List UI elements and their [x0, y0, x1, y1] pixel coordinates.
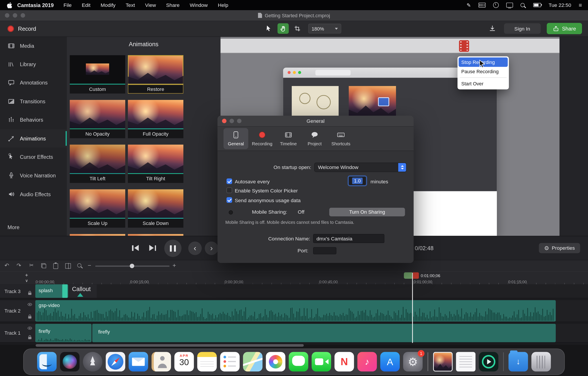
eye-icon[interactable]: [27, 302, 32, 307]
pan-tool-button[interactable]: [277, 23, 289, 34]
apple-icon[interactable]: [7, 2, 12, 8]
playhead-in-handle[interactable]: [404, 272, 412, 279]
animation-tile-tilt-left[interactable]: Tilt Left: [70, 145, 125, 183]
clip-splash[interactable]: splash: [35, 284, 68, 298]
dock-item-mail[interactable]: [128, 352, 148, 371]
dock-item-trash[interactable]: [531, 352, 551, 371]
timeline-horizontal-scrollbar[interactable]: [36, 344, 304, 347]
next-frame-button[interactable]: [149, 245, 156, 251]
timeline-ruler[interactable]: + ∨ 0:00:00;000:00:15;000:00:30;000:00:4…: [0, 271, 588, 285]
autosave-minutes-field[interactable]: 1.0: [349, 177, 366, 185]
menu-share[interactable]: Share: [166, 2, 179, 8]
dock-item-downloads[interactable]: ↓: [508, 352, 528, 371]
tab-shortcuts[interactable]: Shortcuts: [328, 128, 353, 149]
tab-project[interactable]: Project: [302, 128, 327, 149]
record-button[interactable]: Record: [8, 21, 36, 36]
autosave-checkbox[interactable]: [226, 178, 232, 184]
zoom-out-button[interactable]: −: [88, 262, 91, 269]
zoom-window-button[interactable]: [21, 13, 25, 17]
add-track-button[interactable]: +: [22, 272, 31, 278]
track-1-lane[interactable]: firefly firefly: [35, 324, 588, 343]
track-1-header[interactable]: Track 1: [0, 324, 35, 343]
animation-tile-full-opacity[interactable]: Full Opacity: [128, 100, 183, 138]
eye-icon[interactable]: [27, 325, 32, 331]
download-button[interactable]: [487, 23, 498, 34]
callout-marker-icon[interactable]: [77, 293, 83, 297]
clip-firefly-2[interactable]: firefly: [92, 324, 556, 342]
dock-item-contacts[interactable]: [152, 352, 171, 371]
menu-edit[interactable]: Edit: [82, 2, 90, 8]
crop-tool-button[interactable]: [292, 23, 303, 34]
jump-forward-button[interactable]: ›: [205, 242, 218, 255]
undo-button[interactable]: ↶: [4, 262, 9, 269]
split-button[interactable]: [65, 264, 71, 269]
cut-button[interactable]: ✂: [29, 262, 33, 268]
dock-item-maps[interactable]: [243, 352, 262, 371]
playhead-line[interactable]: [412, 273, 413, 343]
sidebar-item-more[interactable]: More: [0, 222, 67, 233]
track-3-header[interactable]: Track 3: [0, 284, 35, 298]
connection-name-field[interactable]: dmx's Camtasia: [313, 234, 385, 243]
dock-item-camtasia[interactable]: [479, 352, 498, 371]
clock-icon[interactable]: [493, 2, 499, 8]
recorder-film-icon[interactable]: [459, 40, 469, 52]
collapse-tracks-button[interactable]: ∨: [22, 278, 31, 283]
sidebar-item-cursor-effects[interactable]: Cursor Effects: [0, 148, 67, 166]
track-3-lane[interactable]: splash Callout: [35, 284, 588, 298]
pen-icon[interactable]: ✎: [466, 2, 471, 8]
menu-item-start-over[interactable]: Start Over: [457, 79, 509, 88]
playhead-out-handle[interactable]: [413, 272, 419, 279]
redo-button[interactable]: ↷: [17, 262, 21, 269]
copy-button[interactable]: [41, 264, 46, 268]
minimize-dialog-button[interactable]: [230, 119, 234, 123]
display-icon[interactable]: [506, 3, 513, 8]
menu-file[interactable]: File: [63, 2, 72, 8]
menu-modify[interactable]: Modify: [101, 2, 116, 8]
lock-icon[interactable]: [28, 335, 32, 341]
dock-item-reminders[interactable]: [220, 352, 240, 371]
tab-general[interactable]: General: [223, 128, 248, 149]
menu-bar-clock[interactable]: Tue 22:50: [549, 2, 571, 8]
lock-icon[interactable]: [28, 291, 32, 296]
dock-item-news[interactable]: N: [335, 352, 354, 371]
dock-item-system-preferences[interactable]: ⚙1: [403, 352, 422, 371]
notification-center-icon[interactable]: ≡: [579, 2, 582, 8]
dock-item-notes[interactable]: [197, 352, 217, 371]
animation-tile-tilt-right[interactable]: Tilt Right: [128, 145, 183, 183]
dock-item-music[interactable]: ♪: [357, 352, 377, 371]
paste-button[interactable]: [53, 264, 58, 269]
dock-item-messages[interactable]: [289, 352, 308, 371]
sidebar-item-library[interactable]: Library: [0, 55, 67, 74]
usage-data-checkbox[interactable]: [226, 197, 232, 203]
dock-item-calendar[interactable]: APR30: [174, 352, 194, 371]
jump-back-button[interactable]: ‹: [188, 242, 202, 255]
sidebar-item-annotations[interactable]: Annotations: [0, 73, 67, 92]
dock-item-safari[interactable]: [106, 352, 125, 371]
sidebar-item-behaviors[interactable]: Behaviors: [0, 111, 67, 129]
sidebar-item-media[interactable]: Media: [0, 36, 67, 55]
zoom-in-button[interactable]: +: [172, 262, 176, 269]
animation-tile-custom[interactable]: Custom: [70, 55, 125, 94]
animation-tile-scale-up[interactable]: Scale Up: [70, 189, 125, 228]
animation-tile-partial[interactable]: [70, 234, 125, 236]
clip-callout[interactable]: Callout: [69, 284, 97, 298]
search-icon[interactable]: [520, 3, 526, 7]
previous-frame-button[interactable]: [132, 245, 139, 251]
battery-icon[interactable]: [533, 3, 541, 7]
app-menu-title[interactable]: Camtasia 2019: [17, 2, 54, 8]
sidebar-item-transitions[interactable]: Transitions: [0, 92, 67, 111]
dock-item-document[interactable]: [456, 352, 475, 371]
menu-help[interactable]: Help: [218, 2, 228, 8]
menu-text[interactable]: Text: [126, 2, 135, 8]
keyboard-icon[interactable]: [478, 3, 485, 8]
color-picker-checkbox[interactable]: [226, 187, 232, 193]
tab-timeline[interactable]: Timeline: [276, 128, 301, 149]
clip-firefly-1[interactable]: firefly: [35, 324, 92, 342]
track-2-header[interactable]: Track 2: [0, 300, 35, 322]
properties-button[interactable]: ⚙ Properties: [539, 243, 580, 253]
dock-item-picture[interactable]: [433, 352, 452, 371]
startup-open-select[interactable]: Welcome Window: [314, 163, 407, 172]
sidebar-item-animations[interactable]: Animations: [0, 129, 67, 148]
dock-item-siri[interactable]: [60, 352, 80, 371]
share-button[interactable]: Share: [547, 23, 582, 34]
